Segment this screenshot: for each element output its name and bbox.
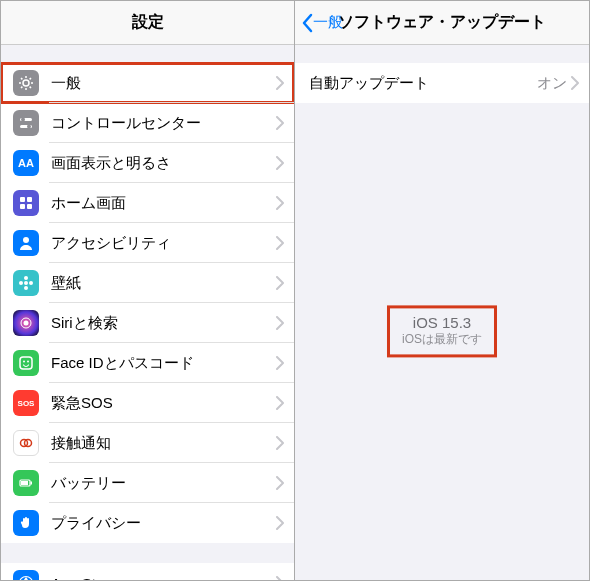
- general-icon: [13, 70, 39, 96]
- chevron-right-icon: [276, 476, 284, 490]
- row-label: 画面表示と明るさ: [51, 154, 276, 173]
- settings-pane: 設定 一般コントロールセンターAA画面表示と明るさホーム画面アクセシビリティ壁紙…: [0, 0, 295, 581]
- appstore-icon: [13, 570, 39, 580]
- svg-point-18: [23, 361, 25, 363]
- chevron-right-icon: [276, 576, 284, 580]
- svg-rect-8: [27, 204, 32, 209]
- row-faceid[interactable]: Face IDとパスコード: [1, 343, 294, 383]
- svg-point-11: [24, 276, 28, 280]
- row-label: 一般: [51, 74, 276, 93]
- row-accessibility[interactable]: アクセシビリティ: [1, 223, 294, 263]
- row-label: プライバシー: [51, 514, 276, 533]
- row-label: Face IDとパスコード: [51, 354, 276, 373]
- back-button[interactable]: 一般: [301, 13, 343, 33]
- svg-point-3: [21, 118, 25, 122]
- status-version: iOS 15.3: [402, 314, 482, 331]
- row-privacy[interactable]: プライバシー: [1, 503, 294, 543]
- settings-list[interactable]: 一般コントロールセンターAA画面表示と明るさホーム画面アクセシビリティ壁紙Sir…: [1, 45, 294, 580]
- chevron-right-icon: [276, 236, 284, 250]
- update-status: iOS 15.3 iOSは最新です: [390, 308, 494, 354]
- chevron-right-icon: [276, 76, 284, 90]
- chevron-left-icon: [301, 13, 313, 33]
- row-label: 接触通知: [51, 434, 276, 453]
- chevron-right-icon: [571, 76, 579, 90]
- update-rows: 自動アップデートオン: [295, 63, 589, 103]
- svg-point-14: [29, 281, 33, 285]
- svg-point-16: [24, 321, 29, 326]
- row-controlcenter[interactable]: コントロールセンター: [1, 103, 294, 143]
- row-home[interactable]: ホーム画面: [1, 183, 294, 223]
- back-label: 一般: [313, 13, 343, 32]
- update-title: ソフトウェア・アップデート: [338, 12, 546, 33]
- svg-rect-24: [21, 481, 28, 485]
- chevron-right-icon: [276, 396, 284, 410]
- row-battery[interactable]: バッテリー: [1, 463, 294, 503]
- chevron-right-icon: [276, 436, 284, 450]
- row-general[interactable]: 一般: [1, 63, 294, 103]
- row-label: 自動アップデート: [309, 74, 537, 93]
- settings-header: 設定: [1, 1, 294, 45]
- update-header: 一般 ソフトウェア・アップデート: [295, 1, 589, 45]
- row-wallpaper[interactable]: 壁紙: [1, 263, 294, 303]
- svg-point-0: [23, 80, 29, 86]
- settings-title: 設定: [132, 12, 164, 33]
- faceid-icon: [13, 350, 39, 376]
- chevron-right-icon: [276, 196, 284, 210]
- row-label: バッテリー: [51, 474, 276, 493]
- svg-rect-6: [27, 197, 32, 202]
- row-label: ホーム画面: [51, 194, 276, 213]
- row-appstore[interactable]: App Store: [1, 563, 294, 580]
- settings-group: 一般コントロールセンターAA画面表示と明るさホーム画面アクセシビリティ壁紙Sir…: [1, 63, 294, 543]
- row-label: 壁紙: [51, 274, 276, 293]
- svg-point-4: [27, 125, 31, 129]
- controlcenter-icon: [13, 110, 39, 136]
- svg-rect-5: [20, 197, 25, 202]
- svg-rect-23: [31, 482, 33, 485]
- home-icon: [13, 190, 39, 216]
- svg-rect-7: [20, 204, 25, 209]
- row-autoupdate[interactable]: 自動アップデートオン: [295, 63, 589, 103]
- chevron-right-icon: [276, 156, 284, 170]
- settings-group: App StoreウォレットとApple Pay: [1, 563, 294, 580]
- svg-point-13: [19, 281, 23, 285]
- chevron-right-icon: [276, 276, 284, 290]
- chevron-right-icon: [276, 316, 284, 330]
- chevron-right-icon: [276, 356, 284, 370]
- row-label: コントロールセンター: [51, 114, 276, 133]
- row-label: アクセシビリティ: [51, 234, 276, 253]
- svg-rect-17: [20, 357, 32, 369]
- svg-point-12: [24, 286, 28, 290]
- row-display[interactable]: AA画面表示と明るさ: [1, 143, 294, 183]
- chevron-right-icon: [276, 116, 284, 130]
- chevron-right-icon: [276, 516, 284, 530]
- row-exposure[interactable]: 接触通知: [1, 423, 294, 463]
- row-label: App Store: [51, 575, 276, 581]
- status-text: iOSは最新です: [402, 331, 482, 348]
- row-label: Siriと検索: [51, 314, 276, 333]
- row-value: オン: [537, 74, 567, 93]
- row-label: 緊急SOS: [51, 394, 276, 413]
- row-sos[interactable]: SOS緊急SOS: [1, 383, 294, 423]
- display-icon: AA: [13, 150, 39, 176]
- svg-point-10: [24, 281, 28, 285]
- accessibility-icon: [13, 230, 39, 256]
- exposure-icon: [13, 430, 39, 456]
- sos-icon: SOS: [13, 390, 39, 416]
- update-body: 自動アップデートオン iOS 15.3 iOSは最新です: [295, 45, 589, 580]
- wallpaper-icon: [13, 270, 39, 296]
- svg-point-19: [27, 361, 29, 363]
- privacy-icon: [13, 510, 39, 536]
- row-siri[interactable]: Siriと検索: [1, 303, 294, 343]
- svg-point-9: [23, 237, 29, 243]
- battery-icon: [13, 470, 39, 496]
- siri-icon: [13, 310, 39, 336]
- update-pane: 一般 ソフトウェア・アップデート 自動アップデートオン iOS 15.3 iOS…: [295, 0, 590, 581]
